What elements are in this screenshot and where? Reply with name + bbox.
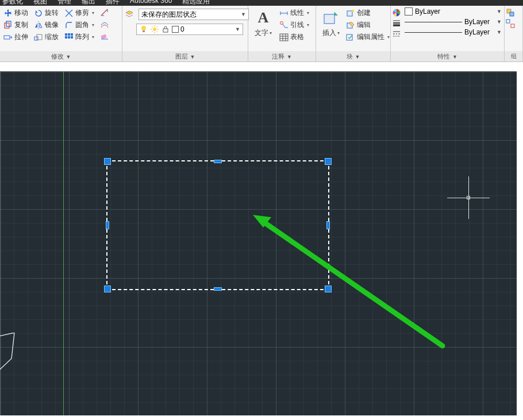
- create-icon: [346, 9, 355, 18]
- panel-properties: ByLayer▼ ByLayer▼ ByLayer▼ 特性▼: [391, 6, 505, 61]
- leader-button[interactable]: 引线▾: [278, 20, 310, 30]
- trim-icon: [64, 9, 74, 18]
- color-swatch: [405, 7, 413, 16]
- layer-state-dropdown[interactable]: 未保存的图层状态▼: [139, 9, 249, 20]
- fillet-icon: [64, 21, 74, 30]
- menu-manage[interactable]: 管理: [57, 0, 71, 6]
- table-button[interactable]: 表格: [278, 32, 310, 43]
- stretch-button[interactable]: 拉伸: [2, 32, 29, 43]
- svg-point-20: [352, 9, 354, 11]
- stretch-icon: [3, 33, 13, 42]
- svg-point-12: [141, 26, 146, 30]
- layer-current-dropdown[interactable]: 0 ▼: [136, 24, 243, 35]
- svg-rect-6: [68, 33, 70, 36]
- layerprop-icon[interactable]: [125, 10, 134, 19]
- scale-button[interactable]: 缩放: [33, 32, 60, 43]
- editattr-icon: [346, 33, 355, 42]
- insert-button[interactable]: 插入▾: [318, 7, 344, 38]
- svg-rect-18: [324, 14, 334, 24]
- menu-parametric[interactable]: 参数化: [2, 0, 23, 6]
- panel-layers: 未保存的图层状态▼ 0 ▼ 图层▼: [122, 6, 248, 61]
- move-button[interactable]: 移动: [2, 7, 29, 18]
- grip-bottom-right[interactable]: [325, 286, 332, 292]
- linear-dim-button[interactable]: 线性▾: [278, 7, 310, 18]
- move-icon: [3, 9, 13, 18]
- svg-point-14: [153, 28, 156, 31]
- canvas-area: [0, 62, 523, 420]
- menu-output[interactable]: 输出: [82, 0, 95, 6]
- block-create-button[interactable]: 创建: [345, 7, 391, 18]
- menu-view[interactable]: 视图: [33, 0, 47, 6]
- svg-rect-13: [143, 30, 145, 32]
- mirror-button[interactable]: 镜像: [33, 20, 60, 30]
- ribbon: 移动 复制 拉伸 旋转 镜像: [0, 6, 523, 62]
- array-icon: [64, 33, 74, 42]
- selected-rectangle[interactable]: [106, 160, 329, 290]
- lock-icon: [161, 25, 170, 34]
- svg-rect-8: [65, 36, 67, 38]
- menu-plugins[interactable]: 插件: [106, 0, 120, 6]
- offset-button[interactable]: [99, 19, 110, 29]
- edit-icon: [346, 21, 355, 30]
- svg-rect-17: [280, 34, 288, 41]
- colorwheel-icon[interactable]: [392, 8, 401, 17]
- svg-rect-19: [347, 11, 352, 16]
- panel-title-layers[interactable]: 图层▼: [122, 51, 248, 61]
- svg-rect-7: [71, 33, 73, 36]
- rotate-button[interactable]: 旋转: [33, 7, 60, 18]
- leader-icon: [279, 21, 289, 30]
- svg-point-16: [280, 21, 283, 24]
- lineweight-dropdown[interactable]: ByLayer▼: [402, 17, 504, 26]
- panel-title-block[interactable]: 块▼: [316, 51, 390, 61]
- grip-bottom-mid[interactable]: [214, 287, 222, 291]
- ungroup-icon[interactable]: [506, 19, 515, 28]
- svg-rect-26: [506, 20, 510, 23]
- copy-button[interactable]: 复制: [2, 20, 29, 30]
- svg-rect-11: [101, 34, 107, 39]
- table-icon: [279, 33, 289, 42]
- rotate-icon: [34, 9, 43, 18]
- grip-top-mid[interactable]: [214, 160, 222, 163]
- array-button[interactable]: 阵列▾: [63, 32, 95, 43]
- svg-rect-9: [68, 36, 70, 38]
- linetype-sample: [405, 32, 462, 33]
- copy-icon: [3, 21, 13, 30]
- grip-bottom-left[interactable]: [104, 286, 111, 292]
- linetype-dropdown[interactable]: ByLayer▼: [402, 28, 504, 37]
- panel-title-properties[interactable]: 特性▼: [391, 51, 504, 61]
- layer-color-swatch: [172, 26, 179, 33]
- svg-rect-0: [5, 23, 9, 28]
- explode-button[interactable]: [99, 7, 110, 18]
- svg-rect-2: [4, 36, 10, 39]
- grip-top-right[interactable]: [325, 158, 332, 165]
- fillet-button[interactable]: 圆角▾: [63, 20, 95, 30]
- group-icon[interactable]: [506, 8, 515, 17]
- y-axis: [63, 71, 64, 415]
- trim-button[interactable]: 修剪▾: [63, 7, 95, 18]
- offset-icon: [100, 20, 109, 29]
- panel-title-groups: 组: [505, 51, 522, 61]
- grip-right-mid[interactable]: [326, 221, 330, 229]
- panel-title-annotation[interactable]: 注释▼: [248, 51, 316, 61]
- partial-shape: [0, 333, 23, 379]
- sun-icon: [150, 25, 159, 34]
- panel-title-modify[interactable]: 修改▼: [0, 51, 122, 61]
- erase-button[interactable]: [99, 30, 110, 41]
- color-dropdown[interactable]: ByLayer▼: [402, 7, 504, 16]
- linetype-icon[interactable]: [392, 29, 401, 38]
- grip-left-mid[interactable]: [106, 221, 109, 229]
- panel-block: 插入▾ 创建 编辑 编辑属性▾ 块▼: [316, 6, 391, 61]
- block-edit-button[interactable]: 编辑: [345, 20, 391, 30]
- lineweight-icon[interactable]: [392, 18, 401, 28]
- lightbulb-icon: [139, 25, 148, 34]
- menu-featured[interactable]: 精选应用: [182, 0, 210, 6]
- menu-autodesk360[interactable]: Autodesk 360: [130, 0, 172, 5]
- svg-rect-1: [6, 21, 11, 26]
- linear-icon: [279, 9, 289, 18]
- text-button[interactable]: A 文字▾: [251, 7, 276, 38]
- erase-icon: [100, 31, 109, 40]
- drawing-canvas[interactable]: [0, 71, 517, 415]
- grip-top-left[interactable]: [104, 158, 111, 165]
- block-attr-button[interactable]: 编辑属性▾: [345, 32, 391, 43]
- lineweight-sample: [405, 22, 462, 22]
